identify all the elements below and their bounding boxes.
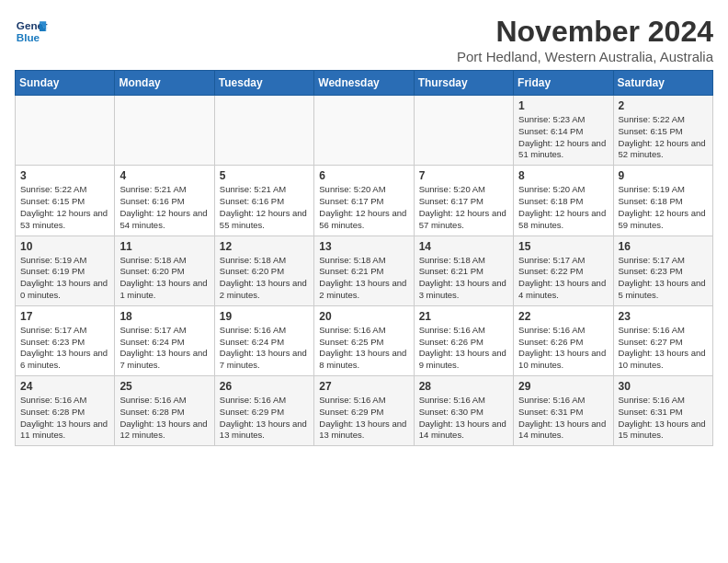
day-number: 21 — [419, 310, 508, 323]
day-number: 16 — [619, 240, 708, 253]
day-info: Sunrise: 5:17 AM Sunset: 6:23 PM Dayligh… — [619, 255, 708, 302]
day-number: 10 — [20, 240, 109, 253]
calendar-cell: 8Sunrise: 5:20 AM Sunset: 6:18 PM Daylig… — [514, 166, 613, 236]
calendar-cell: 15Sunrise: 5:17 AM Sunset: 6:22 PM Dayli… — [514, 236, 613, 305]
calendar-cell — [314, 96, 414, 166]
day-info: Sunrise: 5:16 AM Sunset: 6:30 PM Dayligh… — [419, 395, 508, 442]
calendar-cell: 26Sunrise: 5:16 AM Sunset: 6:29 PM Dayli… — [214, 376, 313, 446]
day-info: Sunrise: 5:18 AM Sunset: 6:21 PM Dayligh… — [319, 255, 408, 302]
calendar-cell: 2Sunrise: 5:22 AM Sunset: 6:15 PM Daylig… — [613, 96, 712, 166]
day-info: Sunrise: 5:16 AM Sunset: 6:27 PM Dayligh… — [619, 325, 708, 372]
day-info: Sunrise: 5:20 AM Sunset: 6:17 PM Dayligh… — [419, 184, 508, 231]
calendar-cell: 1Sunrise: 5:23 AM Sunset: 6:14 PM Daylig… — [514, 96, 613, 166]
calendar-cell: 22Sunrise: 5:16 AM Sunset: 6:26 PM Dayli… — [514, 305, 613, 375]
day-number: 2 — [619, 99, 708, 112]
calendar-week-row: 1Sunrise: 5:23 AM Sunset: 6:14 PM Daylig… — [16, 96, 713, 166]
day-info: Sunrise: 5:16 AM Sunset: 6:29 PM Dayligh… — [319, 395, 408, 442]
main-title: November 2024 — [457, 15, 713, 49]
day-info: Sunrise: 5:16 AM Sunset: 6:25 PM Dayligh… — [319, 325, 408, 372]
calendar-week-row: 24Sunrise: 5:16 AM Sunset: 6:28 PM Dayli… — [16, 376, 713, 446]
day-number: 18 — [119, 310, 209, 323]
day-number: 29 — [518, 380, 608, 393]
calendar-cell — [214, 96, 313, 166]
day-number: 9 — [619, 169, 708, 182]
calendar-cell: 28Sunrise: 5:16 AM Sunset: 6:30 PM Dayli… — [414, 376, 513, 446]
day-number: 26 — [220, 380, 309, 393]
day-number: 24 — [20, 380, 109, 393]
day-number: 1 — [518, 99, 608, 112]
day-info: Sunrise: 5:17 AM Sunset: 6:22 PM Dayligh… — [518, 255, 608, 302]
day-info: Sunrise: 5:18 AM Sunset: 6:20 PM Dayligh… — [220, 255, 309, 302]
day-number: 15 — [518, 240, 608, 253]
calendar-cell: 11Sunrise: 5:18 AM Sunset: 6:20 PM Dayli… — [115, 236, 214, 305]
day-info: Sunrise: 5:16 AM Sunset: 6:31 PM Dayligh… — [619, 395, 708, 442]
day-number: 6 — [319, 169, 408, 182]
calendar: SundayMondayTuesdayWednesdayThursdayFrid… — [15, 70, 713, 446]
title-block: November 2024 Port Hedland, Western Aust… — [457, 15, 713, 64]
day-info: Sunrise: 5:16 AM Sunset: 6:26 PM Dayligh… — [518, 325, 608, 372]
day-number: 5 — [220, 169, 309, 182]
calendar-cell — [16, 96, 115, 166]
day-info: Sunrise: 5:19 AM Sunset: 6:19 PM Dayligh… — [20, 255, 109, 302]
svg-text:Blue: Blue — [17, 31, 40, 43]
day-info: Sunrise: 5:20 AM Sunset: 6:18 PM Dayligh… — [518, 184, 608, 231]
day-info: Sunrise: 5:20 AM Sunset: 6:17 PM Dayligh… — [319, 184, 408, 231]
day-number: 27 — [319, 380, 408, 393]
day-info: Sunrise: 5:21 AM Sunset: 6:16 PM Dayligh… — [220, 184, 309, 231]
calendar-cell: 19Sunrise: 5:16 AM Sunset: 6:24 PM Dayli… — [214, 305, 313, 375]
calendar-cell: 7Sunrise: 5:20 AM Sunset: 6:17 PM Daylig… — [414, 166, 513, 236]
day-info: Sunrise: 5:23 AM Sunset: 6:14 PM Dayligh… — [518, 114, 608, 161]
day-info: Sunrise: 5:16 AM Sunset: 6:29 PM Dayligh… — [220, 395, 309, 442]
calendar-cell: 13Sunrise: 5:18 AM Sunset: 6:21 PM Dayli… — [314, 236, 414, 305]
calendar-cell: 12Sunrise: 5:18 AM Sunset: 6:20 PM Dayli… — [214, 236, 313, 305]
calendar-header-row: SundayMondayTuesdayWednesdayThursdayFrid… — [16, 71, 713, 96]
calendar-cell: 30Sunrise: 5:16 AM Sunset: 6:31 PM Dayli… — [613, 376, 712, 446]
day-info: Sunrise: 5:18 AM Sunset: 6:21 PM Dayligh… — [419, 255, 508, 302]
calendar-cell: 10Sunrise: 5:19 AM Sunset: 6:19 PM Dayli… — [16, 236, 115, 305]
day-number: 22 — [518, 310, 608, 323]
calendar-cell: 18Sunrise: 5:17 AM Sunset: 6:24 PM Dayli… — [115, 305, 214, 375]
calendar-cell: 25Sunrise: 5:16 AM Sunset: 6:28 PM Dayli… — [115, 376, 214, 446]
subtitle: Port Hedland, Western Australia, Austral… — [457, 49, 713, 64]
calendar-cell: 21Sunrise: 5:16 AM Sunset: 6:26 PM Dayli… — [414, 305, 513, 375]
day-info: Sunrise: 5:18 AM Sunset: 6:20 PM Dayligh… — [119, 255, 209, 302]
day-number: 30 — [619, 380, 708, 393]
day-info: Sunrise: 5:16 AM Sunset: 6:28 PM Dayligh… — [20, 395, 109, 442]
calendar-week-row: 17Sunrise: 5:17 AM Sunset: 6:23 PM Dayli… — [16, 305, 713, 375]
day-number: 7 — [419, 169, 508, 182]
calendar-day-header: Thursday — [414, 71, 513, 96]
day-number: 12 — [220, 240, 309, 253]
calendar-day-header: Friday — [514, 71, 613, 96]
day-number: 4 — [119, 169, 209, 182]
day-info: Sunrise: 5:16 AM Sunset: 6:31 PM Dayligh… — [518, 395, 608, 442]
calendar-week-row: 10Sunrise: 5:19 AM Sunset: 6:19 PM Dayli… — [16, 236, 713, 305]
calendar-day-header: Sunday — [16, 71, 115, 96]
day-number: 25 — [119, 380, 209, 393]
calendar-day-header: Monday — [115, 71, 214, 96]
calendar-day-header: Wednesday — [314, 71, 414, 96]
calendar-cell: 27Sunrise: 5:16 AM Sunset: 6:29 PM Dayli… — [314, 376, 414, 446]
calendar-cell: 29Sunrise: 5:16 AM Sunset: 6:31 PM Dayli… — [514, 376, 613, 446]
logo-icon: General Blue — [15, 15, 48, 48]
calendar-cell: 9Sunrise: 5:19 AM Sunset: 6:18 PM Daylig… — [613, 166, 712, 236]
calendar-cell — [115, 96, 214, 166]
day-number: 14 — [419, 240, 508, 253]
day-number: 17 — [20, 310, 109, 323]
day-number: 3 — [20, 169, 109, 182]
header: General Blue November 2024 Port Hedland,… — [15, 15, 713, 64]
calendar-cell: 23Sunrise: 5:16 AM Sunset: 6:27 PM Dayli… — [613, 305, 712, 375]
calendar-cell: 14Sunrise: 5:18 AM Sunset: 6:21 PM Dayli… — [414, 236, 513, 305]
day-number: 23 — [619, 310, 708, 323]
day-info: Sunrise: 5:22 AM Sunset: 6:15 PM Dayligh… — [20, 184, 109, 231]
day-info: Sunrise: 5:22 AM Sunset: 6:15 PM Dayligh… — [619, 114, 708, 161]
calendar-week-row: 3Sunrise: 5:22 AM Sunset: 6:15 PM Daylig… — [16, 166, 713, 236]
day-info: Sunrise: 5:17 AM Sunset: 6:24 PM Dayligh… — [119, 325, 209, 372]
calendar-cell — [414, 96, 513, 166]
calendar-cell: 16Sunrise: 5:17 AM Sunset: 6:23 PM Dayli… — [613, 236, 712, 305]
calendar-body: 1Sunrise: 5:23 AM Sunset: 6:14 PM Daylig… — [16, 96, 713, 446]
calendar-cell: 24Sunrise: 5:16 AM Sunset: 6:28 PM Dayli… — [16, 376, 115, 446]
calendar-cell: 3Sunrise: 5:22 AM Sunset: 6:15 PM Daylig… — [16, 166, 115, 236]
calendar-day-header: Saturday — [613, 71, 712, 96]
day-number: 8 — [518, 169, 608, 182]
day-info: Sunrise: 5:19 AM Sunset: 6:18 PM Dayligh… — [619, 184, 708, 231]
